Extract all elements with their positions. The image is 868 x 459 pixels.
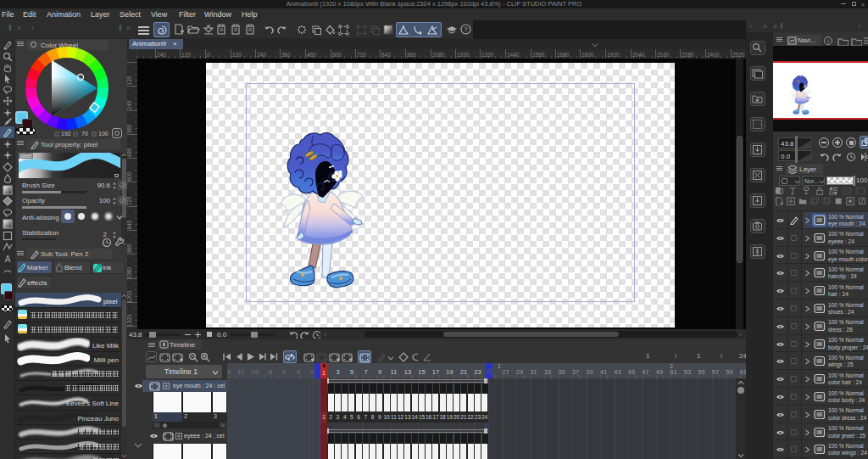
svg-text:A: A [5,255,11,264]
svg-text:?: ? [464,25,468,33]
